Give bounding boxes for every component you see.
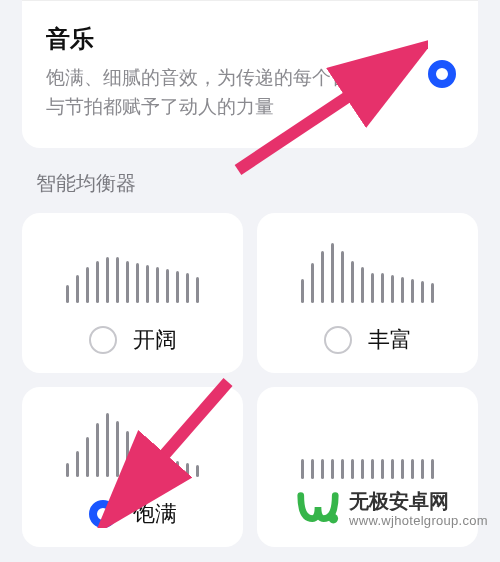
eq-card-rich[interactable]: 丰富 [257,213,478,373]
eq-radio-full-selected[interactable] [89,500,117,528]
eq-bars-icon [301,409,434,479]
eq-label: 开阔 [133,325,177,355]
eq-card-open[interactable]: 开阔 [22,213,243,373]
watermark-url: www.wjhotelgroup.com [349,513,488,529]
svg-point-2 [329,514,339,524]
eq-label: 丰富 [368,325,412,355]
watermark-logo-icon [295,486,341,532]
eq-label: 饱满 [133,499,177,529]
music-title: 音乐 [46,23,454,55]
equalizer-section-title: 智能均衡器 [36,170,500,197]
eq-bars-icon [301,233,434,303]
music-radio-selected[interactable] [428,60,456,88]
eq-radio-open[interactable] [89,326,117,354]
watermark: 无极安卓网 www.wjhotelgroup.com [295,486,488,532]
music-mode-card[interactable]: 音乐 饱满、细腻的音效，为传递的每个音符与节拍都赋予了动人的力量 [22,0,478,148]
eq-card-full[interactable]: 饱满 [22,387,243,547]
eq-radio-rich[interactable] [324,326,352,354]
eq-bars-icon [66,407,199,477]
music-description: 饱满、细腻的音效，为传递的每个音符与节拍都赋予了动人的力量 [46,63,386,122]
watermark-name: 无极安卓网 [349,489,488,513]
eq-bars-icon [66,233,199,303]
